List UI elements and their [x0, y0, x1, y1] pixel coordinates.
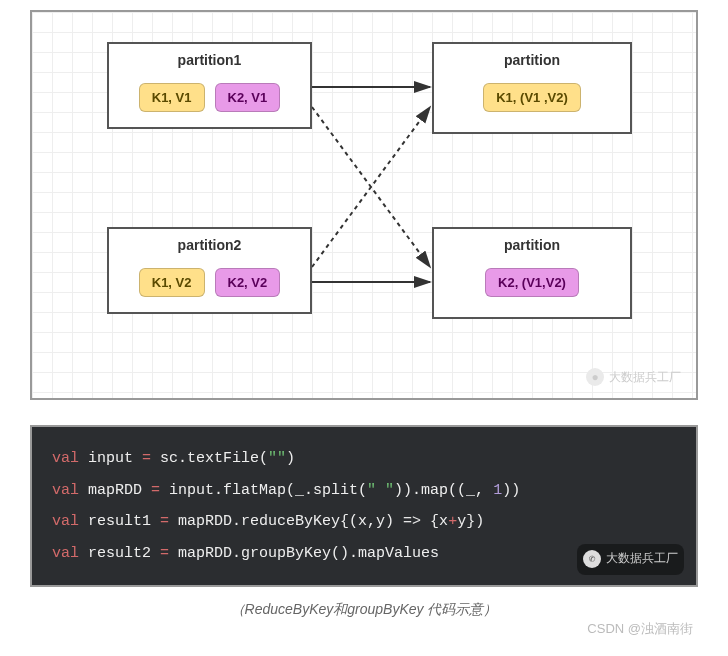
partition2-box: partition2 K1, V2 K2, V2	[107, 227, 312, 314]
code-token: ""	[268, 450, 286, 467]
code-token: ))	[502, 482, 520, 499]
partition1-box: partition1 K1, V1 K2, V1	[107, 42, 312, 129]
arrow-p2-r1	[312, 107, 430, 267]
result-partition1-box: partition K1, (V1 ,V2)	[432, 42, 632, 134]
code-token: mapRDD.reduceByKey{(x,y)	[178, 513, 403, 530]
code-token: 1	[493, 482, 502, 499]
code-watermark-text: 大数据兵工厂	[606, 547, 678, 572]
code-line: val result1 = mapRDD.reduceByKey{(x,y) =…	[52, 506, 676, 538]
wechat-icon: ●	[586, 368, 604, 386]
kv-pill: K2, (V1,V2)	[485, 268, 579, 297]
arrow-p1-r2	[312, 107, 430, 267]
code-token: val	[52, 545, 88, 562]
code-watermark: ✆ 大数据兵工厂	[577, 544, 684, 575]
code-token: +	[448, 513, 457, 530]
code-token: input.flatMap(_.split(	[169, 482, 367, 499]
result-partition2-title: partition	[444, 237, 620, 253]
code-token: sc.textFile(	[160, 450, 268, 467]
code-token: mapRDD	[88, 482, 151, 499]
wechat-icon: ✆	[583, 550, 601, 568]
kv-pill: K2, V1	[215, 83, 281, 112]
code-token: {x	[421, 513, 448, 530]
code-token: =	[160, 513, 178, 530]
code-token: result1	[88, 513, 160, 530]
watermark-text: 大数据兵工厂	[609, 369, 681, 386]
kv-pill: K1, V1	[139, 83, 205, 112]
code-token: val	[52, 513, 88, 530]
kv-pill: K1, V2	[139, 268, 205, 297]
code-token: " "	[367, 482, 394, 499]
code-token: =>	[403, 513, 421, 530]
code-token: mapRDD.groupByKey().mapValues	[178, 545, 439, 562]
kv-pill: K1, (V1 ,V2)	[483, 83, 581, 112]
code-token: val	[52, 482, 88, 499]
code-token: )	[286, 450, 295, 467]
code-block: val input = sc.textFile("") val mapRDD =…	[30, 425, 698, 587]
result-partition1-title: partition	[444, 52, 620, 68]
code-token: =	[142, 450, 160, 467]
code-line: val mapRDD = input.flatMap(_.split(" "))…	[52, 475, 676, 507]
partition1-title: partition1	[119, 52, 300, 68]
partition2-title: partition2	[119, 237, 300, 253]
result-partition2-box: partition K2, (V1,V2)	[432, 227, 632, 319]
diagram-watermark: ● 大数据兵工厂	[586, 368, 681, 386]
code-token: =	[160, 545, 178, 562]
shuffle-diagram: partition1 K1, V1 K2, V1 partition2 K1, …	[30, 10, 698, 400]
code-token: )).map((_,	[394, 482, 493, 499]
code-token: y})	[457, 513, 484, 530]
csdn-watermark: CSDN @浊酒南街	[587, 620, 693, 638]
code-token: input	[88, 450, 142, 467]
code-line: val input = sc.textFile("")	[52, 443, 676, 475]
code-token: =	[151, 482, 169, 499]
kv-pill: K2, V2	[215, 268, 281, 297]
code-token: val	[52, 450, 88, 467]
figure-caption: （ReduceByKey和groupByKey 代码示意）	[30, 601, 698, 619]
code-token: result2	[88, 545, 160, 562]
